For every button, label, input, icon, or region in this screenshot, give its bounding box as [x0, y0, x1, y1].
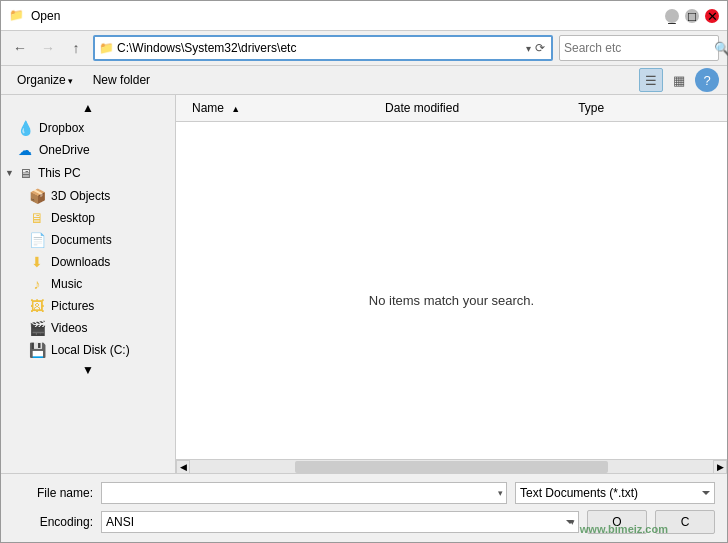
videos-icon: 🎬	[29, 320, 45, 336]
downloads-icon: ⬇	[29, 254, 45, 270]
this-pc-icon: 🖥	[18, 165, 34, 181]
sidebar-label-dropbox: Dropbox	[39, 121, 84, 135]
documents-icon: 📄	[29, 232, 45, 248]
desktop-icon: 🖥	[29, 210, 45, 226]
bottom-area: File name: ▾ Text Documents (*.txt) Enco…	[1, 473, 727, 542]
address-dropdown-button[interactable]: ▾	[524, 43, 533, 54]
content-area: ▲ 💧 Dropbox ☁ OneDrive ▼ 🖥 This PC 📦 3D …	[1, 95, 727, 473]
sidebar-label-local-disk: Local Disk (C:)	[51, 343, 130, 357]
sidebar-item-videos[interactable]: 🎬 Videos	[1, 317, 175, 339]
sidebar-scroll-up[interactable]: ▲	[1, 99, 175, 117]
search-button[interactable]: 🔍	[714, 41, 728, 56]
pictures-icon: 🖼	[29, 298, 45, 314]
sidebar-label-downloads: Downloads	[51, 255, 110, 269]
sidebar-item-local-disk[interactable]: 💾 Local Disk (C:)	[1, 339, 175, 361]
help-button[interactable]: ?	[695, 68, 719, 92]
up-button[interactable]: ↑	[65, 37, 87, 59]
sidebar: ▲ 💧 Dropbox ☁ OneDrive ▼ 🖥 This PC 📦 3D …	[1, 95, 176, 473]
search-input[interactable]	[564, 41, 714, 55]
title-bar-left: 📁 Open	[9, 8, 60, 24]
sidebar-item-dropbox[interactable]: 💧 Dropbox	[1, 117, 175, 139]
dropbox-icon: 💧	[17, 120, 33, 136]
sidebar-item-music[interactable]: ♪ Music	[1, 273, 175, 295]
this-pc-chevron: ▼	[5, 168, 14, 178]
address-refresh-button[interactable]: ⟳	[533, 41, 547, 55]
column-type[interactable]: Type	[570, 99, 719, 117]
empty-message: No items match your search.	[369, 293, 534, 308]
back-button[interactable]: ←	[9, 37, 31, 59]
local-disk-icon: 💾	[29, 342, 45, 358]
sidebar-label-3d-objects: 3D Objects	[51, 189, 110, 203]
filename-input[interactable]	[101, 482, 507, 504]
hscroll-right-arrow[interactable]: ▶	[713, 460, 727, 474]
window-title: Open	[31, 9, 60, 23]
title-bar: 📁 Open _ □ ✕	[1, 1, 727, 31]
sidebar-label-onedrive: OneDrive	[39, 143, 90, 157]
column-name[interactable]: Name ▲	[184, 99, 377, 117]
minimize-button[interactable]: _	[665, 9, 679, 23]
sidebar-item-onedrive[interactable]: ☁ OneDrive	[1, 139, 175, 161]
toolbar: ← → ↑ 📁 ▾ ⟳ 🔍	[1, 31, 727, 66]
filetype-dropdown[interactable]: Text Documents (*.txt)	[515, 482, 715, 504]
address-input[interactable]	[117, 41, 524, 55]
address-bar: 📁 ▾ ⟳	[93, 35, 553, 61]
column-headers: Name ▲ Date modified Type	[176, 95, 727, 122]
address-folder-icon: 📁	[99, 41, 113, 55]
close-button[interactable]: ✕	[705, 9, 719, 23]
open-button[interactable]: O	[587, 510, 647, 534]
name-sort-arrow: ▲	[231, 104, 240, 114]
main-content: Name ▲ Date modified Type No items match…	[176, 95, 727, 473]
sidebar-item-desktop[interactable]: 🖥 Desktop	[1, 207, 175, 229]
sidebar-label-videos: Videos	[51, 321, 87, 335]
file-list: No items match your search.	[176, 122, 727, 459]
sidebar-item-this-pc[interactable]: ▼ 🖥 This PC	[1, 161, 175, 185]
sidebar-label-desktop: Desktop	[51, 211, 95, 225]
cancel-button[interactable]: C	[655, 510, 715, 534]
3d-objects-icon: 📦	[29, 188, 45, 204]
back-icon: ←	[13, 40, 27, 56]
forward-icon: →	[41, 40, 55, 56]
sidebar-item-downloads[interactable]: ⬇ Downloads	[1, 251, 175, 273]
hscroll-thumb[interactable]	[295, 461, 609, 473]
list-view-button[interactable]: ☰	[639, 68, 663, 92]
horizontal-scrollbar[interactable]: ◀ ▶	[176, 459, 727, 473]
organize-menu[interactable]: Organize▾	[9, 71, 81, 89]
new-folder-button[interactable]: New folder	[85, 71, 158, 89]
filename-row: File name: ▾ Text Documents (*.txt)	[13, 482, 715, 504]
maximize-button[interactable]: □	[685, 9, 699, 23]
filename-label: File name:	[13, 486, 93, 500]
sidebar-item-pictures[interactable]: 🖼 Pictures	[1, 295, 175, 317]
sidebar-label-documents: Documents	[51, 233, 112, 247]
encoding-row: Encoding: ANSI ▾ O C	[13, 510, 715, 534]
up-icon: ↑	[73, 40, 80, 56]
search-bar: 🔍	[559, 35, 719, 61]
encoding-label: Encoding:	[13, 515, 93, 529]
sidebar-item-3d-objects[interactable]: 📦 3D Objects	[1, 185, 175, 207]
open-dialog: 📁 Open _ □ ✕ ← → ↑ 📁 ▾ ⟳ 🔍	[0, 0, 728, 543]
sidebar-label-pictures: Pictures	[51, 299, 94, 313]
music-icon: ♪	[29, 276, 45, 292]
preview-view-button[interactable]: ▦	[667, 68, 691, 92]
hscroll-track[interactable]	[190, 460, 713, 474]
sidebar-item-documents[interactable]: 📄 Documents	[1, 229, 175, 251]
sidebar-label-music: Music	[51, 277, 82, 291]
encoding-dropdown[interactable]: ANSI	[101, 511, 579, 533]
hscroll-left-arrow[interactable]: ◀	[176, 460, 190, 474]
title-bar-controls: _ □ ✕	[663, 9, 719, 23]
onedrive-icon: ☁	[17, 142, 33, 158]
sidebar-label-this-pc: This PC	[38, 166, 81, 180]
menu-icons: ☰ ▦ ?	[639, 68, 719, 92]
menu-bar: Organize▾ New folder ☰ ▦ ?	[1, 66, 727, 95]
sidebar-scroll-down[interactable]: ▼	[1, 361, 175, 379]
title-icon: 📁	[9, 8, 25, 24]
forward-button[interactable]: →	[37, 37, 59, 59]
column-date-modified[interactable]: Date modified	[377, 99, 570, 117]
